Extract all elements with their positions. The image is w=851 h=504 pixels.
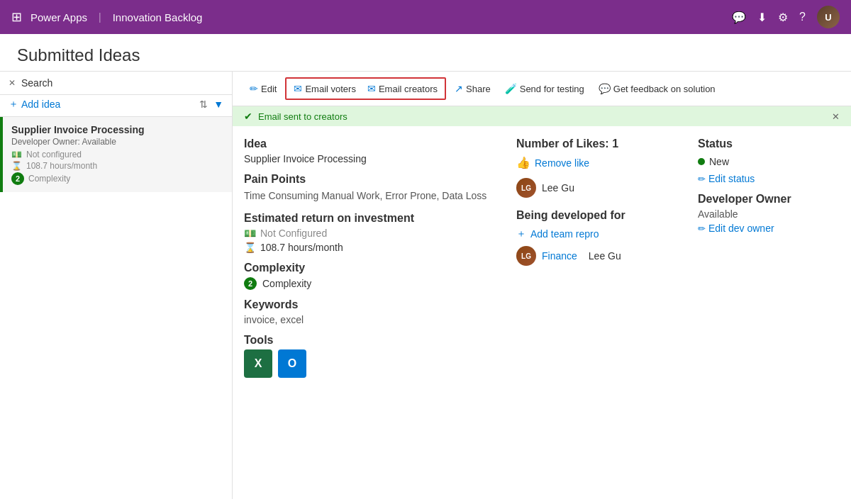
idea-section-title: Idea [244,138,505,150]
hourglass-icon: ⌛ [11,161,22,171]
excel-tool-icon: X [244,349,272,378]
sidebar-sort-filter: ⇅ ▼ [199,99,223,110]
status-value: New [709,156,729,167]
topbar-right: 💬 ⬇ ⚙ ? U [732,6,840,28]
team-user-real-name: Lee Gu [589,250,621,262]
idea-item-title: Supplier Invoice Processing [11,124,223,135]
main-layout: ✕ Search ＋ Add idea ⇅ ▼ Supplier Invoice… [0,72,851,499]
idea-item-not-configured: 💵 Not configured [11,150,223,159]
roi-money-icon: 💵 [244,228,256,239]
roi-hours-row: ⌛ 108.7 hours/month [244,242,505,253]
status-col: Status New ✏ Edit status Developer Owner… [698,138,840,488]
edit-icon: ✏ [250,83,258,94]
email-buttons-group: ✉ Email voters ✉ Email creators [285,77,446,100]
edit-dev-owner-icon: ✏ [698,223,706,234]
user-avatar: LG [516,178,536,198]
email-creators-icon: ✉ [367,83,376,94]
sidebar-actions: ＋ Add idea ⇅ ▼ [0,95,232,117]
idea-list-item[interactable]: Supplier Invoice Processing Developer Ow… [0,117,232,192]
complexity-section-title: Complexity [244,262,505,274]
email-creators-button[interactable]: ✉ Email creators [362,80,443,97]
pain-points-text: Time Consuming Manual Work, Error Prone,… [244,189,505,203]
idea-item-meta: 💵 Not configured ⌛ 108.7 hours/month 2 C… [11,150,223,185]
roi-not-configured-row: 💵 Not Configured [244,228,505,239]
roi-not-configured-value: Not Configured [260,228,327,239]
status-value-row: New [698,156,840,167]
thumbsup-icon: 👍 [516,156,530,169]
likes-user-row: LG Lee Gu [516,178,686,198]
edit-status-icon: ✏ [698,174,706,184]
clear-search-icon[interactable]: ✕ [9,78,16,88]
dev-owner-value: Available [698,208,840,220]
check-icon: ✔ [244,111,252,122]
edit-button[interactable]: ✏ Edit [244,80,282,97]
avatar[interactable]: U [817,6,840,28]
search-bar: ✕ Search [0,72,232,95]
share-label: Share [466,84,491,94]
tools-section: X O [244,349,505,378]
team-user-row: LG Finance Lee Gu [516,246,686,266]
notification-bar: ✔ Email sent to creators ✕ [233,106,851,126]
complexity-row: 2 Complexity [244,277,505,290]
likes-col: Number of Likes: 1 👍 Remove like LG Lee … [516,138,686,488]
idea-item-complexity: 2 Complexity [11,172,223,185]
status-dot [698,158,705,165]
topbar: ⊞ Power Apps | Innovation Backlog 💬 ⬇ ⚙ … [0,0,851,34]
edit-label: Edit [261,84,277,94]
add-idea-button[interactable]: ＋ Add idea [9,98,60,111]
add-idea-label: Add idea [21,99,60,110]
email-voters-label: Email voters [305,84,356,94]
sort-icon[interactable]: ⇅ [199,99,208,110]
keywords-value: invoice, excel [244,314,505,325]
filter-icon[interactable]: ▼ [213,99,223,110]
roi-title: Estimated return on investment [244,212,505,225]
email-voters-button[interactable]: ✉ Email voters [288,80,362,97]
share-icon: ↗ [455,83,463,94]
being-developed-title: Being developed for [516,209,686,222]
team-user-avatar: LG [516,246,536,266]
comment-icon[interactable]: 💬 [732,11,746,24]
sidebar: ✕ Search ＋ Add idea ⇅ ▼ Supplier Invoice… [0,72,233,499]
plus-icon: ＋ [9,98,18,111]
pain-points-title: Pain Points [244,173,505,186]
share-button[interactable]: ↗ Share [449,80,496,97]
team-name[interactable]: Finance [542,250,577,262]
waffle-icon[interactable]: ⊞ [11,9,22,25]
email-creators-label: Email creators [379,84,438,94]
likes-header: Number of Likes: 1 [516,138,686,150]
edit-dev-owner-label: Edit dev owner [708,223,774,234]
send-testing-button[interactable]: 🧪 Send for testing [499,80,590,97]
outlook-tool-icon: O [278,349,306,378]
complexity-label: Complexity [262,278,311,289]
status-title: Status [698,138,840,150]
page-title: Submitted Ideas [17,45,834,65]
content-body: Idea Supplier Invoice Processing Pain Po… [233,126,851,499]
idea-item-hours: ⌛ 108.7 hours/month [11,161,223,171]
detail-complexity-badge: 2 [244,277,257,290]
send-testing-label: Send for testing [520,84,584,94]
add-team-repro-label: Add team repro [530,228,599,240]
help-icon[interactable]: ? [799,11,806,23]
app-name: Power Apps [30,11,87,23]
idea-name-value: Supplier Invoice Processing [244,153,505,164]
edit-dev-owner-button[interactable]: ✏ Edit dev owner [698,223,840,234]
roi-hourglass-icon: ⌛ [244,242,256,253]
edit-status-button[interactable]: ✏ Edit status [698,173,840,184]
main-detail-col: Idea Supplier Invoice Processing Pain Po… [244,138,505,488]
flask-icon: 🧪 [505,83,517,94]
close-notification-icon[interactable]: ✕ [832,111,840,122]
remove-like-button[interactable]: 👍 Remove like [516,156,686,169]
likes-user-name: Lee Gu [542,182,574,194]
get-feedback-button[interactable]: 💬 Get feedback on solution [593,80,721,97]
add-team-repro-button[interactable]: ＋ Add team repro [516,228,686,240]
search-label[interactable]: Search [21,77,52,89]
page-title-bar: Submitted Ideas [0,34,851,72]
keywords-title: Keywords [244,298,505,311]
tools-title: Tools [244,334,505,347]
remove-like-label: Remove like [535,157,589,169]
settings-icon[interactable]: ⚙ [778,11,788,24]
toolbar: ✏ Edit ✉ Email voters ✉ Email creators ↗… [233,72,851,106]
excel-label: X [255,357,262,370]
outlook-label: O [288,357,296,370]
download-icon[interactable]: ⬇ [757,11,767,24]
